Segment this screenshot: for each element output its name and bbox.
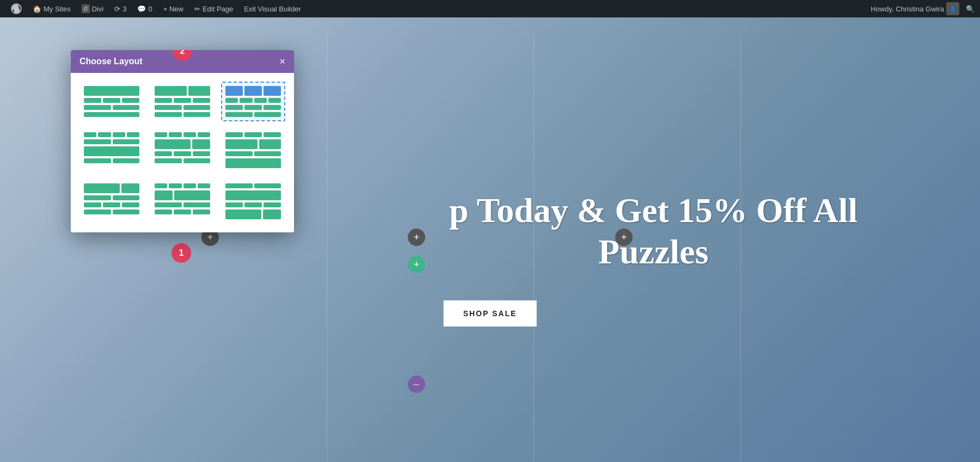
layout-option-double[interactable] xyxy=(150,82,215,121)
layout-options-grid xyxy=(79,82,285,224)
admin-bar: 🏠 My Sites d Divi ⟳ 3 💬 0 + New ✏ Edit P… xyxy=(0,0,980,17)
shop-sale-button[interactable]: SHOP SALE xyxy=(444,300,537,327)
hero-headline: p Today & Get 15% Off All Puzzles xyxy=(449,189,857,273)
user-greeting: Howdy, Christina Gwira xyxy=(871,5,944,13)
step-1-badge: 1 xyxy=(171,243,191,263)
layout-thumb-double xyxy=(155,86,210,117)
hero-text: p Today & Get 15% Off All Puzzles xyxy=(449,189,857,273)
divi-icon: d xyxy=(82,4,90,13)
layout-option-triple[interactable] xyxy=(221,82,285,121)
updates-menu[interactable]: ⟳ 3 xyxy=(109,0,132,17)
add-column-button-2[interactable]: + xyxy=(408,229,425,246)
modal-close-button[interactable]: × xyxy=(279,57,285,66)
layout-option-single[interactable] xyxy=(79,82,144,121)
home-icon: 🏠 xyxy=(33,5,41,13)
modal-body xyxy=(71,73,294,232)
exit-vb-button[interactable]: Exit Visual Builder xyxy=(238,0,307,17)
layout-option-9[interactable] xyxy=(221,179,285,224)
sync-icon: ⟳ xyxy=(114,5,120,13)
layout-option-8[interactable] xyxy=(150,179,215,224)
layout-option-7[interactable] xyxy=(79,179,144,224)
wp-logo-menu[interactable] xyxy=(5,0,27,17)
avatar[interactable]: 👤 xyxy=(946,2,959,15)
modal-title: Choose Layout xyxy=(79,57,143,66)
divider-1 xyxy=(327,35,327,462)
search-icon[interactable]: 🔍 xyxy=(966,5,975,13)
new-label: + New xyxy=(163,5,183,13)
edit-page-button[interactable]: ✏ Edit Page xyxy=(189,0,238,17)
new-content-menu[interactable]: + New xyxy=(158,0,189,17)
layout-thumb-8 xyxy=(155,183,210,214)
updates-count: 3 xyxy=(122,5,126,13)
divi-label: Divi xyxy=(92,5,104,13)
layout-thumb-7 xyxy=(84,183,139,214)
divi-menu[interactable]: d Divi xyxy=(76,0,109,17)
choose-layout-modal: 2 Choose Layout × xyxy=(71,50,294,232)
adminbar-user-area: Howdy, Christina Gwira 👤 🔍 xyxy=(871,2,975,15)
layout-option-mixed2[interactable] xyxy=(221,128,285,173)
comments-count: 0 xyxy=(148,5,152,13)
hero-section: p Today & Get 15% Off All Puzzles SHOP S… xyxy=(0,17,980,462)
module-options-button[interactable]: ••• xyxy=(408,375,425,393)
edit-page-label: Edit Page xyxy=(203,5,233,13)
add-row-button[interactable]: + xyxy=(408,256,425,273)
add-column-button-3[interactable]: + xyxy=(615,229,633,246)
layout-thumb-mixed1 xyxy=(155,132,210,163)
layout-thumb-single xyxy=(84,86,139,117)
layout-option-mixed1[interactable] xyxy=(150,128,215,173)
my-sites-label: My Sites xyxy=(44,5,71,13)
my-sites-menu[interactable]: 🏠 My Sites xyxy=(27,0,76,17)
comment-icon: 💬 xyxy=(137,5,146,13)
layout-thumb-9 xyxy=(225,183,281,219)
edit-icon: ✏ xyxy=(194,5,200,13)
layout-option-row4a[interactable] xyxy=(79,128,144,173)
layout-thumb-mixed2 xyxy=(225,132,281,168)
layout-thumb-row4a xyxy=(84,132,139,163)
exit-vb-label: Exit Visual Builder xyxy=(244,5,301,13)
layout-thumb-triple xyxy=(225,86,281,117)
comments-menu[interactable]: 💬 0 xyxy=(132,0,157,17)
